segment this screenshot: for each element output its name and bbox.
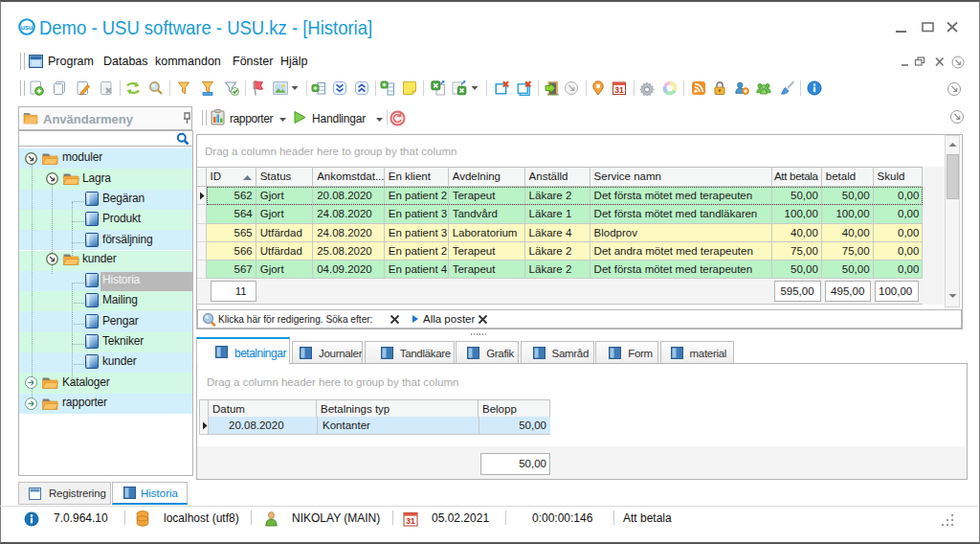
svg-text:31: 31 xyxy=(614,85,624,95)
svg-text:31: 31 xyxy=(406,516,415,526)
svg-text:usu: usu xyxy=(21,24,33,32)
